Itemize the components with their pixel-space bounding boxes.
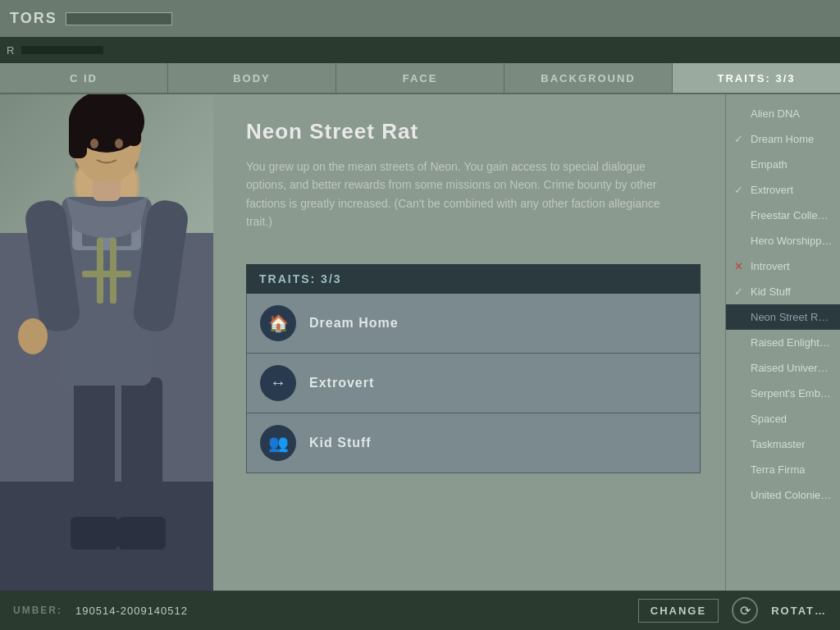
sidebar-label-freestar-coll: Freestar Colle… <box>751 209 829 221</box>
check-icon: ✓ <box>734 184 747 196</box>
sidebar-item-dream-home[interactable]: ✓Dream Home <box>726 126 840 152</box>
tab-body[interactable]: BODY <box>168 63 336 93</box>
svg-rect-15 <box>126 113 141 146</box>
sidebar-item-extrovert[interactable]: ✓Extrovert <box>726 177 840 203</box>
sidebar-item-hero-worship[interactable]: Hero Worshipp… <box>726 228 840 253</box>
selected-trait-description: You grew up on the mean streets of Neon.… <box>246 158 673 231</box>
trait-item-kid-stuff[interactable]: 👥Kid Stuff <box>247 413 700 472</box>
center-panel: Neon Street Rat You grew up on the mean … <box>213 94 725 591</box>
check-icon: ✓ <box>734 285 747 298</box>
selected-trait-title: Neon Street Rat <box>246 119 701 144</box>
sidebar-item-terra-firma[interactable]: Terra Firma <box>726 457 840 482</box>
sidebar-item-introvert[interactable]: ✕Introvert <box>726 253 840 279</box>
dream-home-label: Dream Home <box>309 316 399 331</box>
tab-id[interactable]: C ID <box>0 63 168 93</box>
extrovert-icon: ↔ <box>260 365 296 401</box>
sidebar-label-alien-dna: Alien DNA <box>751 107 800 120</box>
svg-point-17 <box>115 139 123 148</box>
sidebar-label-dream-home: Dream Home <box>751 133 814 145</box>
sidebar-item-taskmaster[interactable]: Taskmaster <box>726 431 840 457</box>
change-button[interactable]: CHANGE <box>638 599 719 623</box>
check-icon: ✓ <box>734 133 747 145</box>
svg-rect-20 <box>82 271 131 277</box>
sidebar-item-empath[interactable]: Empath <box>726 152 840 177</box>
sidebar-item-raised-univer[interactable]: Raised Univer… <box>726 355 840 381</box>
trait-item-extrovert[interactable]: ↔Extrovert <box>247 354 700 413</box>
top-bar: TORS <box>0 0 840 37</box>
rotate-button[interactable]: ROTAT… <box>771 605 827 617</box>
tab-face[interactable]: FACE <box>336 63 504 93</box>
top-bar-progress <box>66 12 172 25</box>
top-bar-title: TORS <box>10 10 57 27</box>
second-bar-text: R <box>7 44 15 57</box>
bottom-label: UMBER: <box>13 605 62 616</box>
sidebar-label-introvert: Introvert <box>751 260 790 272</box>
svg-rect-2 <box>71 517 118 550</box>
svg-point-10 <box>18 318 48 354</box>
sidebar-label-kid-stuff: Kid Stuff <box>751 285 791 298</box>
sidebar-label-extrovert: Extrovert <box>751 184 793 196</box>
portrait-area <box>0 94 213 591</box>
sidebar-label-serpents-emb: Serpent's Emb… <box>751 387 831 399</box>
sidebar-label-hero-worship: Hero Worshipp… <box>751 235 832 247</box>
sidebar-label-empath: Empath <box>751 158 788 171</box>
character-number: 190514-2009140512 <box>75 605 188 617</box>
sidebar-item-kid-stuff[interactable]: ✓Kid Stuff <box>726 279 840 304</box>
sidebar-label-raised-univer: Raised Univer… <box>751 362 829 374</box>
sidebar-item-freestar-coll[interactable]: Freestar Colle… <box>726 203 840 228</box>
bottom-right-actions: CHANGE ⟳ ROTAT… <box>638 597 827 623</box>
nav-tabs: C IDBODYFACEBACKGROUNDTRAITS: 3/3 <box>0 63 840 94</box>
sidebar-label-taskmaster: Taskmaster <box>751 438 805 450</box>
svg-rect-3 <box>118 517 166 550</box>
sidebar-item-raised-enlight[interactable]: Raised Enlight… <box>726 330 840 355</box>
sidebar-item-united-coloni[interactable]: United Colonie… <box>726 482 840 508</box>
tab-traits[interactable]: TRAITS: 3/3 <box>673 63 840 93</box>
sidebar-label-neon-street-rat: Neon Street Ra… <box>751 311 833 323</box>
sidebar-label-terra-firma: Terra Firma <box>751 463 805 476</box>
bottom-bar: UMBER: 190514-2009140512 CHANGE ⟳ ROTAT… <box>0 591 840 630</box>
sidebar-item-serpents-emb[interactable]: Serpent's Emb… <box>726 381 840 406</box>
trait-item-dream-home[interactable]: 🏠Dream Home <box>247 294 700 354</box>
extrovert-label: Extrovert <box>309 376 374 390</box>
sidebar-label-united-coloni: United Colonie… <box>751 489 831 501</box>
svg-point-16 <box>90 139 98 148</box>
sidebar-item-neon-street-rat[interactable]: Neon Street Ra… <box>726 304 840 330</box>
sidebar-item-alien-dna[interactable]: Alien DNA <box>726 101 840 126</box>
kid-stuff-icon: 👥 <box>260 425 296 461</box>
second-bar: R <box>0 37 840 63</box>
rotate-icon[interactable]: ⟳ <box>732 597 758 623</box>
sidebar-label-spaced: Spaced <box>751 413 787 425</box>
second-bar-progress <box>21 46 103 54</box>
kid-stuff-label: Kid Stuff <box>309 436 372 450</box>
right-sidebar[interactable]: Alien DNA✓Dream HomeEmpath✓ExtrovertFree… <box>725 94 840 591</box>
main-content: Neon Street Rat You grew up on the mean … <box>0 94 840 591</box>
tab-background[interactable]: BACKGROUND <box>504 63 673 93</box>
traits-list-header: TRAITS: 3/3 <box>246 264 701 294</box>
sidebar-item-spaced[interactable]: Spaced <box>726 406 840 431</box>
dream-home-icon: 🏠 <box>260 305 296 341</box>
character-portrait <box>0 94 213 591</box>
svg-rect-14 <box>69 113 87 158</box>
x-icon: ✕ <box>734 260 747 272</box>
traits-list: 🏠Dream Home↔Extrovert👥Kid Stuff <box>246 294 701 473</box>
sidebar-label-raised-enlight: Raised Enlight… <box>751 336 830 349</box>
